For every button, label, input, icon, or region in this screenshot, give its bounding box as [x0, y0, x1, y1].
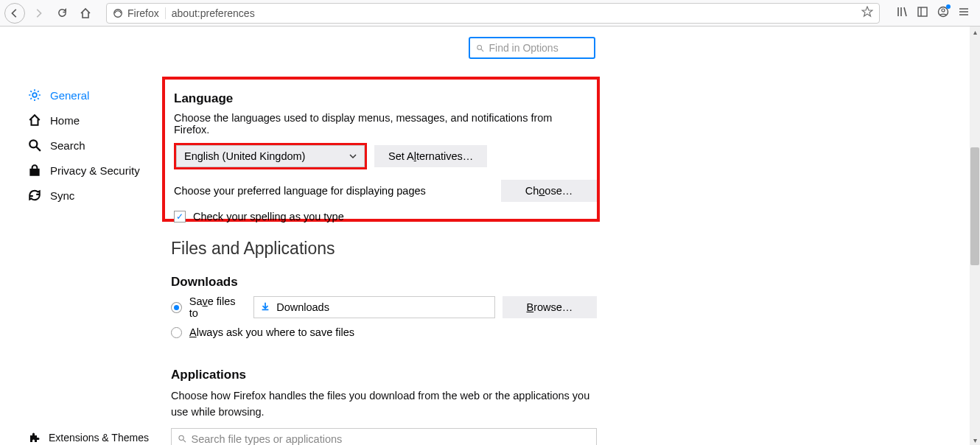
spellcheck-checkbox[interactable]: ✓	[174, 211, 186, 222]
downloads-heading: Downloads	[171, 275, 597, 290]
search-icon	[28, 139, 41, 152]
scroll-up-arrow-icon[interactable]: ▴	[970, 27, 980, 37]
svg-rect-1	[918, 7, 927, 16]
scroll-down-arrow-icon[interactable]: ▾	[970, 435, 980, 445]
files-apps-heading: Files and Applications	[171, 239, 597, 259]
identity-label: Firefox	[127, 7, 159, 19]
scrollbar-thumb[interactable]	[970, 147, 979, 265]
svg-rect-8	[30, 169, 38, 175]
browse-button[interactable]: Browse…	[503, 296, 597, 318]
download-arrow-icon	[260, 301, 270, 314]
forward-button[interactable]	[28, 3, 49, 24]
svg-point-5	[32, 93, 37, 97]
sidebar-label: Sync	[50, 189, 74, 202]
sidebar-icon[interactable]	[917, 6, 928, 21]
find-in-options[interactable]	[469, 37, 595, 59]
spellcheck-label: Check your spelling as you type	[193, 211, 344, 222]
vertical-scrollbar[interactable]: ▴ ▾	[970, 27, 980, 445]
svg-point-11	[179, 435, 183, 440]
language-selected-value: English (United Kingdom)	[184, 150, 305, 162]
firefox-icon	[113, 8, 123, 18]
search-icon	[476, 43, 485, 53]
language-section-highlight: Language Choose the languages used to di…	[162, 77, 600, 222]
choose-language-button[interactable]: Choose…	[501, 180, 597, 202]
chevron-down-icon	[349, 153, 357, 160]
url-bar[interactable]: Firefox about:preferences	[106, 3, 880, 24]
library-icon[interactable]	[896, 6, 908, 21]
sidebar-label: Privacy & Security	[50, 164, 140, 177]
toolbar-right	[890, 6, 976, 21]
search-filetypes[interactable]	[171, 428, 597, 446]
save-files-to-radio[interactable]	[171, 302, 182, 313]
files-applications-section: Files and Applications Downloads Save fi…	[171, 239, 597, 445]
preferences-sidebar: General Home Search Privacy & Security S…	[0, 27, 159, 445]
preferred-language-label: Choose your preferred language for displ…	[174, 185, 426, 197]
language-select[interactable]: English (United Kingdom)	[176, 145, 365, 167]
svg-point-4	[942, 9, 945, 12]
sidebar-item-general[interactable]: General	[0, 83, 159, 108]
applications-desc: Choose how Firefox handles the files you…	[171, 388, 597, 421]
menu-icon[interactable]	[958, 6, 970, 21]
site-identity[interactable]: Firefox	[113, 7, 166, 19]
applications-heading: Applications	[171, 368, 597, 382]
svg-point-6	[29, 140, 37, 147]
sidebar-label: Search	[50, 139, 85, 152]
account-icon[interactable]	[937, 6, 949, 21]
language-desc: Choose the languages used to display men…	[174, 112, 588, 136]
download-path-field[interactable]: Downloads	[253, 296, 495, 318]
svg-point-9	[477, 45, 482, 49]
always-ask-radio[interactable]	[171, 327, 182, 338]
home-icon	[28, 113, 41, 127]
url-text: about:preferences	[172, 7, 255, 19]
svg-line-10	[481, 49, 483, 51]
reload-button[interactable]	[52, 3, 72, 24]
sidebar-label: Extensions & Themes	[49, 432, 149, 444]
find-in-options-input[interactable]	[489, 42, 589, 54]
set-alternatives-button[interactable]: Set Alternatives…	[374, 145, 487, 167]
language-select-highlight: English (United Kingdom)	[174, 143, 367, 169]
home-button[interactable]	[75, 3, 96, 24]
search-filetypes-input[interactable]	[192, 433, 590, 445]
always-ask-label: Always ask you where to save files	[189, 326, 354, 338]
sync-icon	[28, 189, 41, 202]
sidebar-item-extensions[interactable]: Extensions & Themes	[28, 432, 149, 445]
sidebar-item-privacy[interactable]: Privacy & Security	[0, 158, 159, 183]
preferences-content: Language Choose the languages used to di…	[159, 27, 980, 445]
gear-icon	[28, 88, 41, 102]
svg-line-7	[36, 147, 41, 151]
lock-icon	[28, 164, 41, 177]
sidebar-item-sync[interactable]: Sync	[0, 183, 159, 208]
puzzle-icon	[28, 432, 40, 444]
svg-line-12	[183, 440, 186, 442]
sidebar-label: General	[50, 89, 89, 102]
sidebar-item-home[interactable]: Home	[0, 108, 159, 133]
search-icon	[178, 434, 187, 444]
browser-toolbar: Firefox about:preferences	[0, 0, 980, 27]
language-heading: Language	[174, 91, 588, 106]
sidebar-item-search[interactable]: Search	[0, 133, 159, 158]
download-path-value: Downloads	[276, 301, 329, 313]
sidebar-label: Home	[50, 114, 80, 127]
back-button[interactable]	[4, 3, 25, 24]
save-files-to-label: Save files to	[189, 295, 246, 319]
bookmark-star-icon[interactable]	[861, 6, 873, 21]
